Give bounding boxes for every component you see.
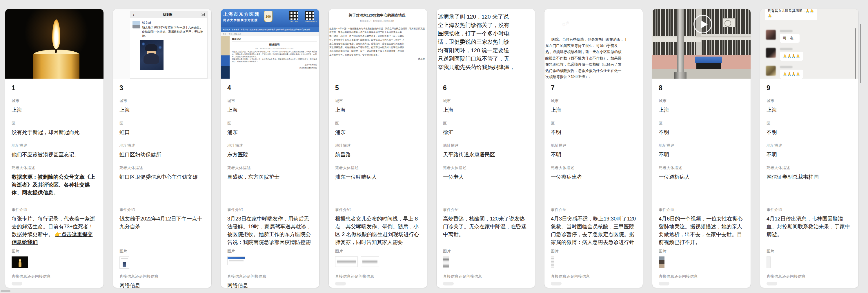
field-value-deceased: 一位癌症患者 bbox=[551, 173, 637, 197]
field-value-direct: 网络信息 bbox=[119, 282, 205, 288]
field-label-city: 城市 bbox=[335, 98, 421, 104]
site-nav: 医院概况 | 名医名家 | 科室介绍 | 党建园地 | 医政管理 | 医学教育 … bbox=[221, 27, 319, 32]
record-card[interactable]: ‹ 朋友圈 钱文雄 钱文雄于2022年4月12日下午一点十九分去世。疫情期间一切… bbox=[113, 9, 212, 288]
field-value-district: 不明 bbox=[659, 128, 744, 136]
record-number: 6 bbox=[443, 84, 528, 92]
field-label-address: 地址描述 bbox=[227, 143, 313, 148]
pole-base bbox=[674, 72, 686, 79]
field-label-event: 事件介绍 bbox=[551, 207, 637, 212]
site-header: 上海市东方医院 同济大学附属东方医院 100 微信二维码 患者移动服务平台 bbox=[221, 9, 319, 27]
wechat-moments-screenshot[interactable]: ‹ 朋友圈 钱文雄 钱文雄于2022年4月12日下午一点十九分去世。疫情期间一切… bbox=[113, 9, 211, 79]
record-card[interactable]: 只有其女儿眼见其病逝...🙏🙏 🙏 啊，这。 🙏🙏🙏🙏 🙏🙏🙏🙏 9 bbox=[760, 9, 859, 288]
attachment-thumbnail[interactable] bbox=[11, 257, 28, 268]
attachment-thumbnail[interactable] bbox=[361, 257, 379, 267]
field-label-direct: 直接信息还是间接信息 bbox=[227, 274, 313, 279]
field-value-city: 上海 bbox=[659, 106, 744, 114]
notice-body: 航昌路376弄小区120急救医生未向求救患者施救的情况，我委立即连夜启动调查，现… bbox=[329, 27, 425, 57]
field-label-deceased: 死者大体描述 bbox=[551, 165, 637, 171]
field-value-address: 不明 bbox=[659, 151, 744, 159]
field-value-deceased: 一位透析病人 bbox=[659, 173, 744, 197]
field-label-image: 图片 bbox=[335, 248, 421, 254]
field-value-event: 高烧昏迷，核酸阴，120来了说发热门诊关了。无奈在家中降温，在昏迷中离世。 bbox=[443, 215, 528, 246]
post-photo bbox=[140, 40, 163, 70]
article-signature: 上海市东方医院 bbox=[232, 63, 317, 66]
field-label-image: 图片 bbox=[119, 248, 205, 254]
anniversary-badge: 100 bbox=[264, 11, 273, 22]
screenshot-text: 医院。当时有些低烧，但是发热门诊在消杀，于 是在门口的黑夜里等待了很久。可是由于… bbox=[545, 37, 627, 79]
record-card[interactable]: 上海市东方医院 同济大学附属东方医院 100 微信二维码 患者移动服务平台 医院… bbox=[221, 9, 319, 288]
field-value-address: 他们不应该被漠视甚至忘记。 bbox=[11, 151, 97, 159]
field-value-deceased: 一位老人 bbox=[443, 173, 528, 197]
blurred-username bbox=[780, 48, 793, 50]
vertical-scrollbar[interactable] bbox=[860, 24, 861, 83]
record-number: 7 bbox=[551, 84, 637, 92]
hospital-website-screenshot[interactable]: 上海市东方医院 同济大学附属东方医院 100 微信二维码 患者移动服务平台 医院… bbox=[221, 9, 319, 79]
text-screenshot[interactable]: 迷病危了叫 120，120 来了说 全上海发热门诊都关了，没有 医院接收，打了一… bbox=[437, 9, 535, 79]
candle-body bbox=[33, 54, 80, 79]
field-label-direct: 直接信息还是间接信息 bbox=[119, 274, 205, 279]
field-label-city: 城市 bbox=[767, 98, 852, 104]
record-card[interactable]: 关于对浦东120急救中心的调查情况 【信息来源：】【信息时间：2022-03-3… bbox=[329, 9, 427, 288]
blue-awning bbox=[695, 57, 722, 63]
field-label-deceased: 死者大体描述 bbox=[335, 165, 421, 171]
field-label-deceased: 死者大体描述 bbox=[767, 165, 852, 171]
government-notice-screenshot[interactable]: 关于对浦东120急救中心的调查情况 【信息来源：】【信息时间：2022-03-3… bbox=[329, 9, 427, 79]
record-card[interactable]: 8 城市上海 区不明 地址描述不明 死者大体描述一位透析病人 事件介绍4月6日的… bbox=[652, 9, 751, 288]
field-label-deceased: 死者大体描述 bbox=[11, 165, 97, 171]
field-label-district: 区 bbox=[227, 121, 313, 126]
attachment-thumbnail[interactable] bbox=[443, 257, 450, 268]
chat-screenshot[interactable]: 只有其女儿眼见其病逝...🙏🙏 🙏 啊，这。 🙏🙏🙏🙏 🙏🙏🙏🙏 bbox=[760, 9, 859, 79]
field-label-event: 事件介绍 bbox=[767, 207, 852, 212]
empty-value-pill bbox=[443, 282, 454, 286]
attachment-thumbnail[interactable] bbox=[551, 257, 554, 268]
record-card[interactable]: 迷病危了叫 120，120 来了说 全上海发热门诊都关了，没有 医院接收，打了一… bbox=[436, 9, 535, 288]
record-card[interactable]: 1 城市上海 区没有死于新冠，却因新冠而死 地址描述他们不应该被漠视甚至忘记。 … bbox=[5, 9, 104, 288]
attachment-thumbnail[interactable] bbox=[119, 257, 129, 269]
field-label-image: 图片 bbox=[551, 248, 637, 254]
attachment-thumbnail[interactable] bbox=[335, 257, 358, 267]
field-label-deceased: 死者大体描述 bbox=[227, 165, 313, 171]
field-label-address: 地址描述 bbox=[767, 143, 852, 148]
field-value-deceased: 虹口区卫健委信息中心主任钱文雄 bbox=[119, 173, 205, 197]
empty-value-pill bbox=[551, 282, 562, 286]
field-value-address: 东方医院 bbox=[227, 151, 313, 159]
attachment-thumbnail[interactable] bbox=[227, 257, 245, 265]
horizontal-scrollbar[interactable] bbox=[1, 290, 10, 292]
record-number: 5 bbox=[335, 84, 421, 92]
notice-title: 关于对浦东120急救中心的调查情况 bbox=[329, 13, 425, 18]
attachment-thumbnail[interactable] bbox=[659, 257, 664, 268]
field-label-image: 图片 bbox=[227, 248, 313, 254]
qr-code bbox=[289, 11, 298, 20]
field-label-event: 事件介绍 bbox=[335, 207, 421, 212]
empty-value-pill bbox=[11, 282, 22, 286]
field-label-district: 区 bbox=[119, 121, 205, 126]
record-card[interactable]: 微博 微博 微博 医院。当时有些低烧，但是发热门诊在消杀，于 是在门口的黑夜里等… bbox=[544, 9, 643, 288]
field-label-address: 地址描述 bbox=[443, 143, 528, 148]
photo-light bbox=[159, 46, 161, 49]
article-body: 周盛妮为我院护士，一直在院内从事护理相关工作，3月23日在家中哮喘发作，用药后无… bbox=[232, 51, 317, 63]
building-window bbox=[652, 9, 696, 37]
video-still[interactable] bbox=[652, 9, 751, 79]
field-value-city: 上海 bbox=[227, 106, 313, 114]
field-value-address: 不明 bbox=[551, 151, 637, 159]
candle-photo[interactable] bbox=[5, 9, 103, 79]
field-value-district: 没有死于新冠，却因新冠而死 bbox=[11, 128, 97, 136]
sidebar-image bbox=[221, 36, 229, 79]
play-button-icon[interactable] bbox=[693, 15, 712, 33]
chat-scrollbar[interactable] bbox=[855, 28, 856, 79]
record-number: 4 bbox=[227, 84, 313, 92]
field-value-address: 天平路街道永康居民区 bbox=[443, 151, 528, 159]
field-label-district: 区 bbox=[11, 121, 97, 126]
notice-meta: 【信息来源：】【信息时间：2022-03-31】 bbox=[329, 20, 425, 23]
field-label-city: 城市 bbox=[443, 98, 528, 104]
avatar bbox=[132, 21, 140, 28]
attachment-thumbnail[interactable] bbox=[767, 257, 771, 268]
field-label-district: 区 bbox=[443, 121, 528, 126]
field-label-direct: 直接信息还是间接信息 bbox=[443, 274, 528, 279]
avatar bbox=[766, 66, 776, 76]
weibo-text-screenshot[interactable]: 微博 微博 微博 医院。当时有些低烧，但是发热门诊在消杀，于 是在门口的黑夜里等… bbox=[545, 9, 643, 79]
field-label-direct: 直接信息还是间接信息 bbox=[551, 274, 637, 279]
qr-code bbox=[305, 11, 314, 20]
field-label-image: 图片 bbox=[11, 248, 97, 254]
record-number: 3 bbox=[119, 84, 205, 92]
